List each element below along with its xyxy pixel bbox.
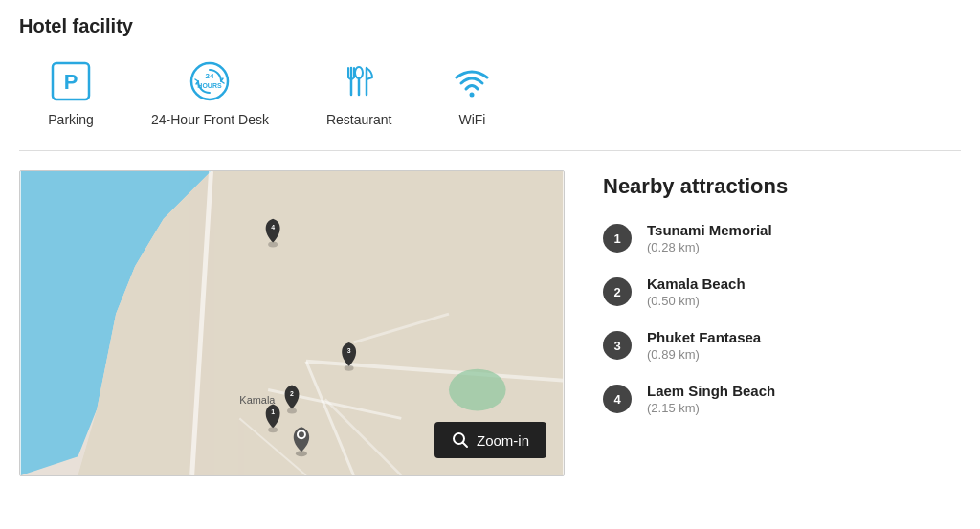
- svg-text:1: 1: [271, 408, 275, 415]
- page-wrapper: Hotel facility P Parking 24 HOURS: [0, 0, 980, 496]
- svg-point-38: [299, 431, 304, 437]
- svg-text:2: 2: [290, 390, 294, 397]
- zoom-search-icon: [452, 431, 469, 449]
- section-title: Hotel facility: [19, 15, 961, 37]
- attraction-item-2: 2 Kamala Beach (0.50 km): [603, 276, 961, 308]
- attraction-number-4: 4: [603, 385, 632, 413]
- attraction-item-3: 3 Phuket Fantasea (0.89 km): [603, 329, 961, 362]
- attraction-info-1: Tsunami Memorial (0.28 km): [647, 222, 772, 254]
- attraction-dist-2: (0.50 km): [647, 294, 746, 308]
- bottom-section: Kamala 4 3: [19, 170, 961, 476]
- attraction-dist-3: (0.89 km): [647, 347, 761, 362]
- wifi-label: WiFi: [458, 112, 485, 127]
- attractions-panel: Nearby attractions 1 Tsunami Memorial (0…: [603, 170, 961, 436]
- 24h-icon: 24 HOURS: [187, 58, 233, 104]
- parking-label: Parking: [48, 112, 93, 127]
- section-divider: [19, 150, 961, 151]
- attraction-number-3: 3: [603, 331, 632, 360]
- attraction-info-3: Phuket Fantasea (0.89 km): [647, 329, 761, 362]
- attraction-name-1: Tsunami Memorial: [647, 222, 772, 238]
- attraction-dist-1: (0.28 km): [647, 240, 772, 254]
- wifi-icon: [449, 58, 495, 104]
- front-desk-label: 24-Hour Front Desk: [151, 112, 269, 127]
- svg-point-22: [449, 369, 506, 411]
- attraction-item-1: 1 Tsunami Memorial (0.28 km): [603, 222, 961, 254]
- attraction-item-4: 4 Laem Singh Beach (2.15 km): [603, 383, 961, 415]
- svg-point-11: [470, 93, 475, 98]
- parking-icon: P: [48, 58, 94, 104]
- attraction-number-1: 1: [603, 224, 632, 253]
- facility-restaurant: Restaurant: [326, 58, 391, 127]
- svg-line-40: [462, 443, 467, 448]
- svg-text:24: 24: [206, 72, 214, 80]
- zoom-in-label: Zoom-in: [477, 432, 529, 449]
- facility-wifi: WiFi: [449, 58, 495, 127]
- svg-text:4: 4: [271, 224, 275, 231]
- svg-text:Kamala: Kamala: [239, 394, 276, 406]
- attraction-name-4: Laem Singh Beach: [647, 383, 775, 399]
- map-container: Kamala 4 3: [19, 170, 565, 476]
- attraction-info-4: Laem Singh Beach (2.15 km): [647, 383, 775, 415]
- facilities-row: P Parking 24 HOURS 24-Hour Front Desk: [19, 58, 961, 127]
- zoom-in-button[interactable]: Zoom-in: [434, 422, 546, 458]
- restaurant-icon: [336, 58, 382, 104]
- facility-parking: P Parking: [48, 58, 94, 127]
- attraction-dist-4: (2.15 km): [647, 401, 775, 415]
- attraction-number-2: 2: [603, 277, 632, 306]
- attraction-name-2: Kamala Beach: [647, 276, 746, 292]
- facility-front-desk: 24 HOURS 24-Hour Front Desk: [151, 58, 269, 127]
- svg-text:3: 3: [347, 347, 351, 354]
- restaurant-label: Restaurant: [326, 112, 391, 127]
- attraction-name-3: Phuket Fantasea: [647, 329, 761, 345]
- svg-point-10: [355, 67, 363, 78]
- attraction-info-2: Kamala Beach (0.50 km): [647, 276, 746, 308]
- attractions-title: Nearby attractions: [603, 174, 961, 199]
- svg-text:P: P: [64, 70, 78, 94]
